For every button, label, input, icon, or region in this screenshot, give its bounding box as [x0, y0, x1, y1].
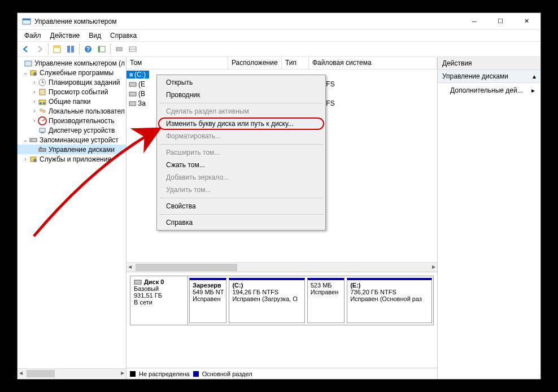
cm-help[interactable]: Справка	[158, 216, 324, 229]
disk-row: Диск 0 Базовый 931,51 ГБ В сети Зарезерв…	[130, 276, 434, 325]
disk-label[interactable]: Диск 0 Базовый 931,51 ГБ В сети	[130, 276, 188, 325]
svg-rect-31	[39, 149, 46, 151]
actions-more[interactable]: Дополнительные дей...▸	[438, 83, 540, 98]
partition[interactable]: (E:)736,20 ГБ NTFSИсправен (Основной раз	[347, 278, 432, 323]
svg-point-24	[42, 110, 46, 113]
partition[interactable]: (C:)194,26 ГБ NTFSИсправен (Загрузка, О	[229, 278, 304, 323]
svg-rect-28	[41, 132, 44, 133]
help-icon[interactable]: ?	[82, 43, 94, 55]
tree-disk-management[interactable]: Управление дисками	[18, 145, 126, 154]
tree-scrollbar[interactable]	[18, 368, 126, 378]
toolbar: ?	[18, 41, 540, 57]
actions-disk-management[interactable]: Управление дисками▴	[438, 70, 540, 83]
window-title: Управление компьютером	[34, 18, 461, 25]
context-menu: Открыть Проводник Сделать раздел активны…	[156, 75, 326, 230]
collapse-icon: ▴	[533, 72, 536, 80]
partition[interactable]: Зарезерв549 МБ NTИсправен	[189, 278, 226, 323]
tree-services[interactable]: ›Службы и приложения	[18, 154, 126, 164]
svg-rect-29	[30, 138, 37, 142]
minimize-button[interactable]: ─	[461, 14, 487, 29]
menubar: Файл Действие Вид Справка	[18, 30, 540, 41]
col-volume[interactable]: Том	[127, 57, 228, 69]
menu-view[interactable]: Вид	[84, 31, 106, 41]
actions-header: Действия	[438, 57, 540, 70]
tree-system-tools[interactable]: ⌄Служебные программы	[18, 68, 126, 77]
cm-extend[interactable]: Расширить том...	[158, 146, 324, 159]
tree-local-users[interactable]: ›Локальные пользовател	[18, 106, 126, 116]
legend: Не распределена Основной раздел	[127, 368, 437, 379]
tree-root[interactable]: Управление компьютером (л	[18, 58, 126, 68]
col-type[interactable]: Тип	[282, 57, 309, 69]
tree-pane: Управление компьютером (л ⌄Служебные про…	[18, 57, 127, 379]
svg-text:?: ?	[86, 46, 90, 53]
volume-list-header: Том Расположение Тип Файловая система	[127, 57, 437, 69]
volume-scrollbar[interactable]	[127, 262, 437, 272]
svg-rect-36	[129, 82, 136, 86]
tree-shared-folders[interactable]: ›Общие папки	[18, 97, 126, 106]
svg-point-22	[43, 102, 45, 104]
svg-rect-39	[134, 280, 141, 284]
svg-rect-35	[129, 73, 133, 77]
close-button[interactable]: ✕	[513, 14, 539, 29]
cm-mirror[interactable]: Добавить зеркало...	[158, 171, 324, 184]
svg-point-21	[40, 102, 42, 104]
svg-rect-9	[98, 46, 100, 52]
col-layout[interactable]: Расположение	[228, 57, 282, 69]
cm-make-active[interactable]: Сделать раздел активным	[158, 105, 324, 117]
svg-rect-13	[25, 61, 32, 66]
back-button[interactable]	[20, 43, 32, 55]
tree-performance[interactable]: ›Производительность	[18, 116, 126, 125]
svg-rect-37	[129, 92, 136, 96]
menu-file[interactable]: Файл	[20, 31, 46, 41]
menu-action[interactable]: Действие	[46, 31, 85, 41]
svg-point-30	[31, 140, 32, 141]
svg-rect-27	[40, 128, 45, 132]
legend-unallocated-icon	[130, 371, 136, 377]
forward-button[interactable]	[33, 43, 46, 55]
cm-shrink[interactable]: Сжать том...	[158, 159, 324, 171]
svg-rect-19	[40, 89, 45, 95]
col-filesystem[interactable]: Файловая система	[309, 57, 437, 69]
svg-point-15	[33, 72, 37, 76]
partition[interactable]: 523 МБИсправен	[307, 278, 345, 323]
tool-icon-1[interactable]	[113, 43, 125, 55]
cm-change-letter[interactable]: Изменить букву диска или путь к диску...	[158, 117, 324, 130]
svg-rect-4	[67, 46, 70, 53]
cm-properties[interactable]: Свойства	[158, 200, 324, 212]
menu-help[interactable]: Справка	[106, 31, 141, 41]
arrow-right-icon: ▸	[531, 86, 535, 94]
svg-rect-3	[54, 46, 60, 48]
legend-primary-icon	[193, 371, 199, 377]
titlebar: Управление компьютером ─ ☐ ✕	[18, 13, 540, 30]
cm-open[interactable]: Открыть	[158, 76, 324, 89]
disk-graphical-view: Диск 0 Базовый 931,51 ГБ В сети Зарезерв…	[127, 272, 437, 379]
tree-storage[interactable]: ⌄Запоминающие устройст	[18, 135, 126, 145]
cm-explorer[interactable]: Проводник	[158, 89, 324, 101]
properties-icon[interactable]	[51, 43, 63, 55]
tool-icon-2[interactable]	[127, 43, 139, 55]
tree-event-viewer[interactable]: ›Просмотр событий	[18, 87, 126, 97]
cm-delete[interactable]: Удалить том...	[158, 184, 324, 196]
view-icon[interactable]	[64, 43, 77, 55]
tree-task-scheduler[interactable]: ›Планировщик заданий	[18, 77, 126, 87]
svg-rect-10	[116, 47, 122, 51]
svg-rect-38	[129, 102, 136, 106]
svg-rect-1	[23, 19, 30, 20]
maximize-button[interactable]: ☐	[487, 14, 513, 29]
svg-point-34	[33, 159, 37, 162]
tree-device-manager[interactable]: Диспетчер устройств	[18, 125, 126, 135]
svg-rect-32	[40, 147, 42, 149]
svg-rect-5	[71, 46, 74, 53]
actions-pane: Действия Управление дисками▴ Дополнитель…	[438, 57, 540, 379]
cm-format[interactable]: Форматировать...	[158, 130, 324, 142]
refresh-icon[interactable]	[95, 43, 108, 55]
app-icon	[22, 17, 31, 26]
